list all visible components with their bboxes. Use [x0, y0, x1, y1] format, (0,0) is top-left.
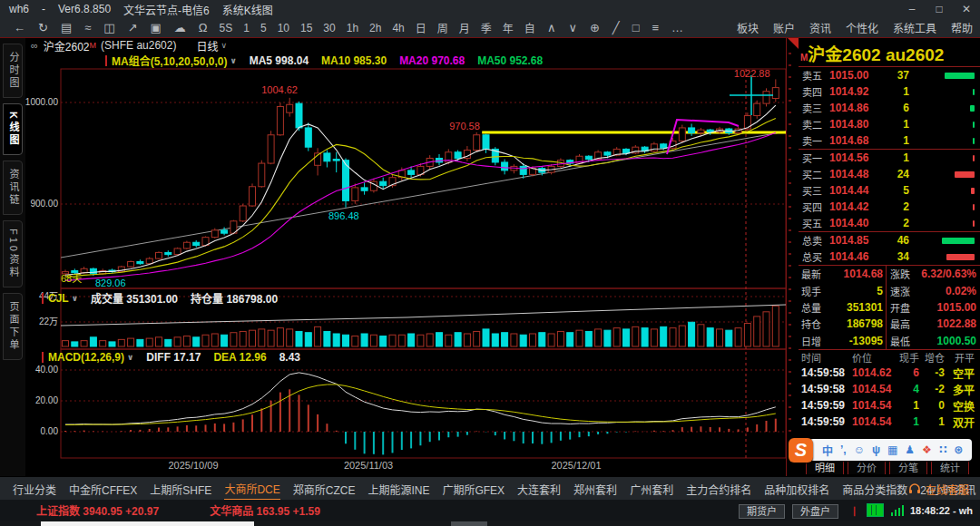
- volume-indicator-name[interactable]: CJL: [48, 292, 69, 305]
- chevron-down-icon[interactable]: ∨: [230, 56, 236, 65]
- skin-icon[interactable]: ❖: [922, 443, 932, 456]
- macd-indicator-name[interactable]: MACD(12,26,9): [48, 351, 124, 364]
- wenhua-commodity-index[interactable]: 文华商品 163.95 +1.59: [210, 502, 320, 518]
- shanghai-index[interactable]: 上证指数 3940.95 +20.97: [36, 502, 159, 518]
- alert-bell-icon[interactable]: Ω: [199, 21, 208, 34]
- link-icon[interactable]: ∞: [31, 40, 38, 51]
- account-icon[interactable]: ♟: [905, 443, 915, 456]
- emoji-icon[interactable]: ☺: [854, 443, 865, 456]
- sidebar-tab-分时图[interactable]: 分时图: [3, 44, 23, 98]
- chevron-down-icon[interactable]: ∨: [220, 41, 227, 50]
- sidebar-tab-页面下单[interactable]: 页面下单: [3, 293, 23, 360]
- rect-tool-icon[interactable]: □: [632, 21, 640, 34]
- book-volume: 1: [880, 118, 909, 131]
- chinese-mode-icon[interactable]: 中: [822, 443, 833, 458]
- minimize-button[interactable]: –: [898, 0, 926, 18]
- tape-list: 时间价位现手增仓开平14:59:581014.626-3空平14:59:5810…: [799, 350, 980, 430]
- market-tab-郑商所CZCE[interactable]: 郑商所CZCE: [293, 478, 356, 500]
- period-button-日[interactable]: 日: [416, 20, 426, 35]
- menu-资讯[interactable]: 资讯: [809, 20, 831, 35]
- market-tab-中金所CFFEX[interactable]: 中金所CFFEX: [69, 478, 137, 500]
- book-volume: 37: [880, 69, 909, 82]
- period-button-1h[interactable]: 1h: [347, 22, 358, 34]
- taskbar-app[interactable]: [451, 521, 487, 526]
- soft-keyboard-icon[interactable]: ▦: [887, 443, 897, 456]
- period-button-1[interactable]: 1: [243, 22, 250, 34]
- quote-board-icon[interactable]: ▤: [61, 21, 72, 34]
- chevron-down-icon[interactable]: ∨: [127, 353, 133, 362]
- insert-chart-icon[interactable]: ⊕: [590, 21, 600, 34]
- kline-chart[interactable]: 1000.00900.0044万22万40.0020.000.002025/10…: [25, 68, 786, 472]
- market-tab-大连套利[interactable]: 大连套利: [517, 478, 561, 500]
- chart-window-icon[interactable]: ▣: [151, 21, 162, 34]
- app-window: wh6 - Ver6.8.850 文华云节点-电信6 系统K线图 – □ ✕ ←…: [0, 0, 980, 526]
- market-tab-主力合约排名[interactable]: 主力合约排名: [686, 478, 751, 500]
- quote-title[interactable]: M 沪金2602 au2602: [799, 38, 980, 67]
- price-annotation: 896.48: [328, 210, 359, 221]
- period-button-4h[interactable]: 4h: [392, 22, 404, 34]
- more-icon[interactable]: …: [671, 21, 683, 34]
- period-button-30[interactable]: 30: [323, 22, 335, 34]
- period-button-月[interactable]: 月: [459, 20, 470, 35]
- menu-账户[interactable]: 账户: [773, 20, 795, 35]
- settings-gear-icon[interactable]: ⊛: [954, 443, 963, 456]
- trendline-tool-icon[interactable]: ╱: [612, 21, 620, 34]
- menu-系统工具[interactable]: 系统工具: [893, 20, 936, 35]
- drawn-trendline[interactable]: [61, 132, 786, 258]
- contract-name[interactable]: 沪金2602: [44, 38, 90, 54]
- account-button-外盘户[interactable]: 外盘户: [792, 504, 838, 519]
- period-button-季[interactable]: 季: [481, 20, 492, 35]
- online-service-label[interactable]: 在线客服: [926, 482, 969, 497]
- menu-帮助[interactable]: 帮助: [951, 20, 973, 35]
- market-tab-郑州套利[interactable]: 郑州套利: [573, 478, 617, 500]
- market-tab-品种加权排名[interactable]: 品种加权排名: [764, 478, 829, 500]
- sidebar-tab-资讯链[interactable]: 资讯链: [3, 161, 23, 215]
- market-tab-上期所SHFE[interactable]: 上期所SHFE: [150, 478, 211, 500]
- account-button-期货户[interactable]: 期货户: [739, 504, 785, 519]
- trend-chart-icon[interactable]: ≈: [84, 21, 91, 34]
- draw-tool-icon[interactable]: ↗: [128, 21, 138, 34]
- period-button-2h[interactable]: 2h: [369, 22, 381, 34]
- menu-个性化[interactable]: 个性化: [846, 20, 878, 35]
- period-button-5[interactable]: 5: [260, 22, 267, 34]
- cloud-sync-icon[interactable]: ☁: [174, 21, 186, 34]
- online-service[interactable]: 在线客服: [908, 482, 969, 497]
- sidebar-tab-F10资料[interactable]: F10资料: [3, 220, 23, 287]
- voice-input-icon[interactable]: ψ: [872, 443, 880, 456]
- ma-indicator-name[interactable]: MA组合(5,10,20,50,0,0): [112, 53, 227, 68]
- menu-板块[interactable]: 板块: [737, 20, 759, 35]
- period-button-5S[interactable]: 5S: [220, 22, 233, 34]
- period-button-15[interactable]: 15: [300, 22, 312, 34]
- cycle-switch-icon[interactable]: ◫: [103, 21, 114, 34]
- market-tab-广期所GFEX[interactable]: 广期所GFEX: [442, 478, 505, 500]
- market-tab-行业分类[interactable]: 行业分类: [13, 478, 56, 500]
- maximize-button[interactable]: □: [926, 0, 953, 18]
- toolbox-icon[interactable]: ∷: [939, 443, 946, 456]
- punctuation-icon[interactable]: ’,: [840, 443, 847, 456]
- period-selector[interactable]: 日线: [196, 38, 218, 54]
- sidebar-tab-K线图[interactable]: K线图: [3, 103, 23, 155]
- close-button[interactable]: ✕: [953, 0, 980, 18]
- period-button-自[interactable]: 自: [524, 20, 535, 35]
- book-row-买四: 买四1014.422: [799, 199, 980, 215]
- period-button-周[interactable]: 周: [437, 20, 448, 35]
- market-tab-上期能源INE[interactable]: 上期能源INE: [368, 478, 429, 500]
- stat-row: 持仓186798最高1022.88: [799, 316, 980, 332]
- back-icon[interactable]: ←: [14, 21, 25, 34]
- expand-down-icon[interactable]: ∨: [568, 21, 577, 34]
- taskbar-app[interactable]: [41, 521, 254, 526]
- market-tab-商品分类指数[interactable]: 商品分类指数: [842, 478, 907, 500]
- book-label: 总买: [802, 249, 829, 264]
- expand-up-icon[interactable]: ∧: [547, 21, 556, 34]
- period-button-10[interactable]: 10: [278, 22, 289, 34]
- left-sidebar: 分时图K线图资讯链F10资料页面下单: [0, 38, 25, 476]
- sogou-logo-icon[interactable]: S: [789, 438, 813, 463]
- book-bar-cell: [909, 73, 980, 79]
- chevron-down-icon[interactable]: ∨: [72, 294, 78, 303]
- market-tab-广州套利[interactable]: 广州套利: [630, 478, 673, 500]
- candle-body: [277, 106, 283, 134]
- period-button-年[interactable]: 年: [503, 20, 514, 35]
- refresh-icon[interactable]: ↻: [38, 21, 48, 34]
- market-tab-大商所DCE[interactable]: 大商所DCE: [224, 477, 279, 501]
- layout-icon[interactable]: ≡: [652, 21, 660, 34]
